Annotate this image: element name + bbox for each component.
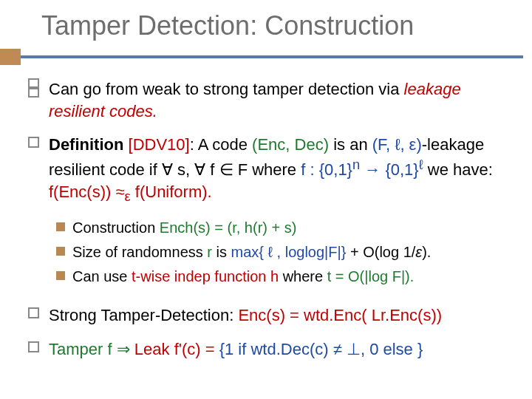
leak-set: {1 if wtd.Dec(c) ≠ ⊥, 0 else } — [219, 340, 423, 358]
subbullet-icon — [56, 271, 65, 280]
bullet-icon — [28, 307, 39, 318]
r-var: r — [207, 244, 212, 260]
leak-f: Leak f'(c) = — [134, 340, 219, 358]
arrow: → — [360, 160, 385, 179]
text: where — [279, 268, 327, 284]
bullet-icon — [28, 341, 39, 352]
slide: Tamper Detection: Construction Can go fr… — [0, 0, 532, 399]
fmap: f : {0,1} — [301, 160, 352, 179]
text: + O(log 1/ — [346, 244, 415, 260]
twise-term: t-wise indep function h — [132, 268, 279, 284]
tamper-f: Tamper f ⇒ — [49, 340, 134, 358]
text: : A code — [190, 135, 252, 154]
sub-twise: Can use t-wise indep function h where t … — [56, 267, 510, 287]
text: Can use — [72, 268, 132, 284]
approx-right: f(Uniform). — [131, 183, 212, 201]
bullet-definition: Definition [DDV10]: A code (Enc, Dec) is… — [28, 134, 510, 206]
text: we have: — [423, 160, 493, 179]
t-equation: t = O(|log F|). — [327, 268, 415, 284]
slide-title: Tamper Detection: Construction — [0, 0, 532, 49]
accent-block — [0, 49, 21, 65]
subbullet-icon — [56, 222, 65, 231]
text: is an — [329, 135, 372, 154]
text: Can go from weak to strong tamper detect… — [49, 80, 404, 98]
max-expr: max{ ℓ , loglog|F|} — [231, 244, 347, 260]
sup-n: n — [352, 157, 360, 172]
bullet-tamper-leak: Tamper f ⇒ Leak f'(c) = {1 if wtd.Dec(c)… — [28, 338, 510, 361]
bullet-icon — [28, 137, 39, 148]
eps-var: ε — [415, 244, 422, 260]
text: ). — [422, 244, 431, 260]
label: Construction — [72, 219, 160, 236]
text: is — [212, 244, 231, 260]
formula: Ench(s) = (r, h(r) + s) — [160, 219, 297, 236]
title-underline — [0, 49, 532, 65]
bullet-icon — [28, 78, 39, 99]
slide-body: Can go from weak to strong tamper detect… — [0, 78, 532, 361]
subbullet-icon — [56, 247, 65, 256]
enc-formula: Enc(s) = wtd.Enc( Lr.Enc(s)) — [238, 306, 442, 324]
approx-eps: ε — [125, 188, 131, 204]
label: Strong Tamper-Detection: — [49, 306, 238, 324]
params: (F, ℓ, ε) — [372, 135, 422, 154]
text: Size of randomness — [72, 244, 207, 260]
bullet-leakage-resilient: Can go from weak to strong tamper detect… — [28, 78, 510, 122]
citation: [DDV10] — [129, 135, 190, 154]
def-label: Definition — [49, 135, 129, 154]
horizontal-rule — [21, 55, 523, 58]
bullet-strong-td: Strong Tamper-Detection: Enc(s) = wtd.En… — [28, 304, 510, 327]
approx-left: f(Enc(s)) ≈ — [49, 183, 125, 201]
code-pair: (Enc, Dec) — [252, 135, 329, 154]
fmap2: {0,1} — [385, 160, 418, 179]
sub-construction: Construction Ench(s) = (r, h(r) + s) — [56, 218, 510, 238]
sub-randomness: Size of randomness r is max{ ℓ , loglog|… — [56, 242, 510, 262]
